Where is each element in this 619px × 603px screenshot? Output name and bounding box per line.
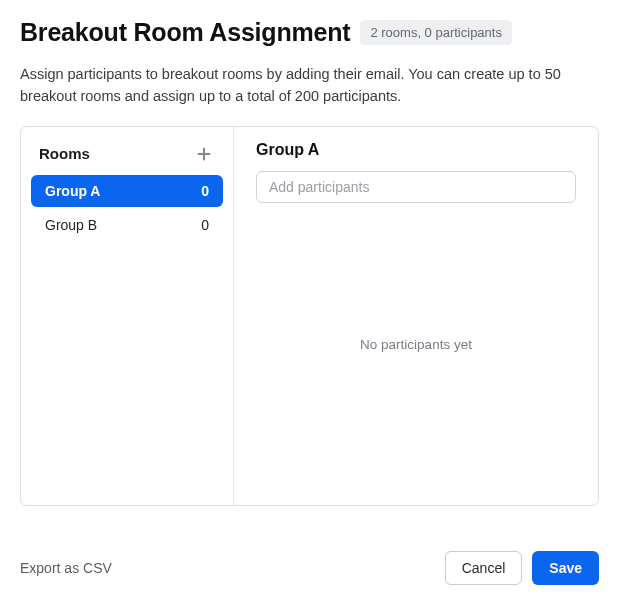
room-item-count: 0 [201, 217, 209, 233]
rooms-column: Rooms Group A 0 Group B 0 [21, 127, 234, 505]
empty-state-text: No participants yet [360, 337, 472, 352]
room-list: Group A 0 Group B 0 [31, 175, 223, 241]
plus-icon [196, 146, 212, 162]
empty-state: No participants yet [256, 203, 576, 487]
rooms-heading: Rooms [39, 145, 90, 162]
page-title: Breakout Room Assignment [20, 18, 350, 47]
room-item-count: 0 [201, 183, 209, 199]
assignment-panel: Rooms Group A 0 Group B 0 Group A No par… [20, 126, 599, 506]
description-text: Assign participants to breakout rooms by… [20, 63, 580, 108]
selected-room-heading: Group A [256, 141, 576, 159]
room-item-group-b[interactable]: Group B 0 [31, 209, 223, 241]
rooms-header: Rooms [31, 139, 223, 175]
save-button[interactable]: Save [532, 551, 599, 585]
export-csv-link[interactable]: Export as CSV [20, 560, 112, 576]
summary-badge: 2 rooms, 0 participants [360, 20, 512, 45]
room-item-name: Group B [45, 217, 97, 233]
add-participants-input[interactable] [256, 171, 576, 203]
header-row: Breakout Room Assignment 2 rooms, 0 part… [20, 18, 599, 47]
footer-actions: Cancel Save [445, 551, 599, 585]
detail-column: Group A No participants yet [234, 127, 598, 505]
cancel-button[interactable]: Cancel [445, 551, 523, 585]
add-room-button[interactable] [193, 143, 215, 165]
footer-row: Export as CSV Cancel Save [20, 551, 599, 585]
room-item-name: Group A [45, 183, 100, 199]
room-item-group-a[interactable]: Group A 0 [31, 175, 223, 207]
